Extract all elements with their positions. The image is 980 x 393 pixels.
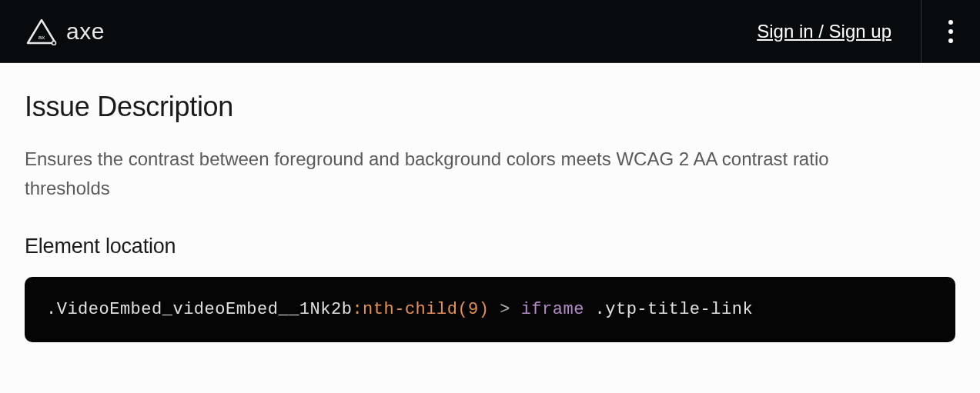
- sign-in-link[interactable]: Sign in / Sign up: [757, 21, 921, 42]
- code-selector-class: .VideoEmbed_videoEmbed__1Nk2b: [46, 300, 352, 319]
- page-title: Issue Description: [25, 91, 955, 123]
- code-space: [584, 300, 595, 319]
- axe-logo-icon: ax: [25, 18, 59, 45]
- code-pseudo-class: :nth-child(9): [352, 300, 489, 319]
- code-element-tag: iframe: [521, 300, 584, 319]
- element-location-code: .VideoEmbed_videoEmbed__1Nk2b:nth-child(…: [25, 277, 955, 342]
- more-menu-button[interactable]: [921, 0, 980, 63]
- svg-text:ax: ax: [38, 34, 45, 41]
- element-location-heading: Element location: [25, 235, 955, 258]
- logo-text: axe: [66, 18, 105, 45]
- svg-point-1: [52, 41, 56, 45]
- code-combinator: >: [490, 300, 521, 319]
- more-vertical-icon: [948, 20, 953, 43]
- issue-description-text: Ensures the contrast between foreground …: [25, 145, 895, 204]
- main-content: Issue Description Ensures the contrast b…: [0, 63, 980, 370]
- header: ax axe Sign in / Sign up: [0, 0, 980, 63]
- logo-area[interactable]: ax axe: [25, 18, 105, 45]
- code-selector-class2: .ytp-title-link: [595, 300, 754, 319]
- header-right: Sign in / Sign up: [757, 0, 980, 62]
